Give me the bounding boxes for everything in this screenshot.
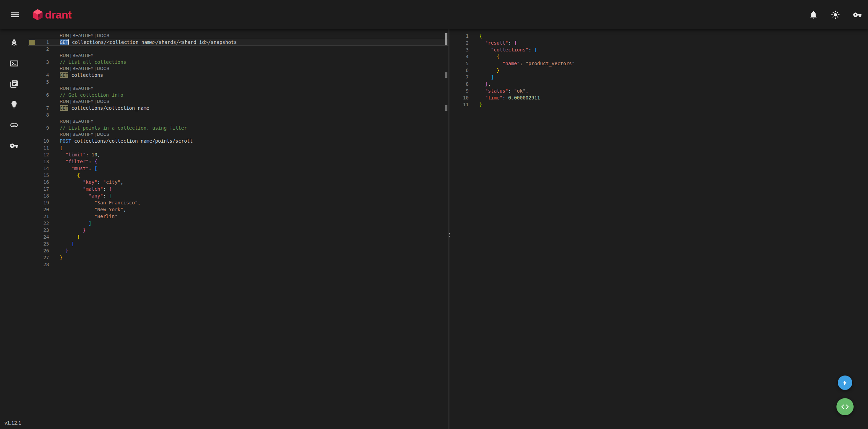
line-content: } — [479, 67, 500, 74]
link-icon — [10, 121, 19, 130]
line-content: // List points in a collection, using fi… — [60, 124, 187, 131]
sidebar-item-welcome[interactable] — [8, 37, 21, 49]
sidebar-item-datasets[interactable] — [8, 119, 21, 131]
code-line: 4 { — [449, 53, 868, 60]
line-number: 6 — [37, 92, 49, 98]
line-number: 15 — [37, 172, 49, 179]
codelens-row: RUN | BEAUTIFY | DOCS — [28, 98, 448, 105]
token-b2: { — [514, 40, 517, 46]
token-str: "city" — [103, 179, 120, 185]
line-content: "collections": [ — [479, 46, 537, 53]
token-plain: , — [123, 207, 126, 212]
code-line: 25 ] — [28, 240, 448, 247]
bulb-icon — [10, 100, 19, 109]
line-content: { — [479, 53, 500, 60]
codelens-docs-link[interactable]: DOCS — [97, 132, 109, 137]
codelens-beautify-link[interactable]: BEAUTIFY — [72, 33, 93, 38]
sidebar-item-collections[interactable] — [8, 78, 21, 90]
code-line: 12 "limit": 10, — [28, 151, 448, 158]
sidebar-item-tutorial[interactable] — [8, 98, 21, 111]
codelens-run-link[interactable]: RUN — [60, 86, 69, 91]
codelens-run-link[interactable]: RUN — [60, 132, 69, 137]
line-content: GET collections/<collection_name>/shards… — [60, 39, 237, 46]
menu-button[interactable] — [8, 7, 23, 22]
codelens-run-link[interactable]: RUN — [60, 99, 69, 104]
token-kwhl: GET — [60, 72, 68, 78]
token-plain — [60, 221, 89, 226]
code-panel-fab[interactable] — [836, 398, 854, 415]
line-content: }, — [479, 81, 491, 87]
codelens-row: RUN | BEAUTIFY — [28, 118, 448, 124]
codelens-beautify-link[interactable]: BEAUTIFY — [72, 132, 93, 137]
editor-request[interactable]: RUN | BEAUTIFY | DOCS1GET collections/<c… — [28, 29, 448, 429]
codelens-row: RUN | BEAUTIFY | DOCS — [28, 131, 448, 138]
codelens-run-link[interactable]: RUN — [60, 66, 69, 71]
codelens-beautify-link[interactable]: BEAUTIFY — [72, 99, 93, 104]
line-number: 6 — [456, 67, 469, 74]
codelens-docs-link[interactable]: DOCS — [97, 99, 109, 104]
token-num: 0.000002911 — [508, 95, 540, 100]
notifications-button[interactable] — [807, 8, 820, 21]
code-line: 6 } — [449, 67, 868, 74]
run-all-fab[interactable] — [838, 376, 852, 390]
line-content: ] — [479, 74, 494, 81]
token-plain: : — [508, 88, 514, 94]
line-content: ] — [60, 240, 74, 247]
codelens-content: RUN | BEAUTIFY | DOCS — [60, 98, 109, 105]
qdrant-logo[interactable]: drant — [32, 9, 72, 21]
overview-ruler[interactable] — [444, 29, 448, 429]
glyph-margin — [28, 138, 37, 144]
sidebar-item-access-tokens[interactable] — [8, 140, 21, 152]
glyph-margin — [28, 39, 37, 46]
token-b3: ] — [89, 221, 91, 226]
codelens-run-link[interactable]: RUN — [60, 119, 69, 124]
codelens-docs-link[interactable]: DOCS — [97, 33, 109, 38]
codelens-docs-link[interactable]: DOCS — [97, 66, 109, 71]
bolt-icon — [842, 379, 848, 386]
code-line: 7GET collections/collection_name — [28, 105, 448, 111]
token-plain — [60, 193, 89, 199]
token-str: "San Francisco" — [94, 200, 138, 205]
sun-icon — [831, 10, 840, 19]
panel-resize-handle[interactable] — [447, 230, 452, 240]
token-key: "status" — [485, 88, 508, 94]
line-number: 23 — [37, 227, 49, 234]
codelens-run-link[interactable]: RUN — [60, 53, 69, 58]
codelens-beautify-link[interactable]: BEAUTIFY — [72, 66, 93, 71]
line-number: 7 — [37, 105, 49, 111]
codelens-beautify-link[interactable]: BEAUTIFY — [72, 119, 93, 124]
code-line: 19 "San Francisco", — [28, 199, 448, 206]
glyph-margin — [449, 74, 456, 81]
line-number: 10 — [37, 138, 49, 144]
codelens-beautify-link[interactable]: BEAUTIFY — [72, 53, 93, 58]
glyph-margin — [28, 234, 37, 240]
code-line: 1{ — [449, 33, 868, 39]
token-b1: { — [479, 33, 482, 39]
token-key: "match" — [83, 186, 103, 192]
token-b2: { — [109, 186, 112, 192]
token-key: "time" — [485, 95, 503, 100]
theme-toggle-button[interactable] — [829, 8, 842, 21]
line-content: } — [60, 227, 86, 234]
line-number: 9 — [456, 87, 469, 94]
api-keys-button[interactable] — [851, 8, 864, 21]
sidebar-item-console[interactable] — [8, 57, 21, 70]
editor-response[interactable]: 1{2 "result": {3 "collections": [4 {5 "n… — [449, 29, 868, 429]
token-b1: } — [497, 68, 500, 73]
line-number: 22 — [37, 220, 49, 227]
token-plain — [60, 200, 94, 205]
glyph-margin — [449, 101, 456, 108]
codelens-run-link[interactable]: RUN — [60, 33, 69, 38]
code-line: 13 "filter": { — [28, 158, 448, 165]
token-plain — [60, 241, 71, 247]
line-number: 3 — [456, 46, 469, 53]
code-line: 5 "name": "product_vectors" — [449, 60, 868, 67]
code-line: 5 — [28, 79, 448, 85]
token-plain: collections/collection_name — [68, 105, 149, 111]
token-plain — [479, 47, 491, 52]
line-number: 13 — [37, 158, 49, 165]
token-plain — [60, 234, 77, 240]
codelens-beautify-link[interactable]: BEAUTIFY — [72, 86, 93, 91]
code-line: 24 } — [28, 234, 448, 240]
dots-icon — [447, 231, 452, 238]
